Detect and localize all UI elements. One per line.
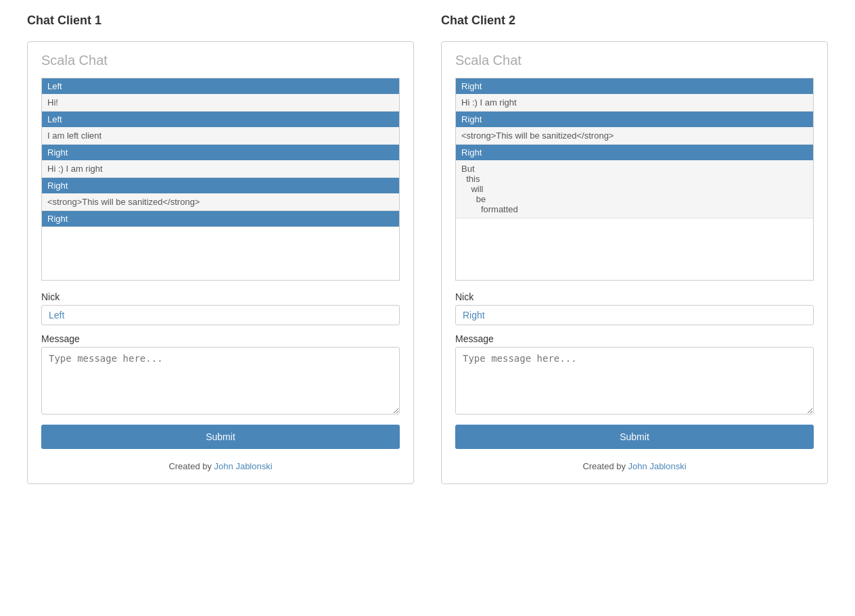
message-field-group: Message — [455, 333, 814, 417]
nick-input[interactable] — [455, 305, 814, 325]
message-sender: Right — [42, 211, 399, 227]
client1-title: Chat Client 1 — [27, 14, 414, 28]
message-block: Right Hi :) I am right — [456, 78, 813, 112]
message-block: Right But this will be formatted — [456, 145, 813, 218]
nick-label: Nick — [41, 291, 400, 302]
message-body: I am left client — [42, 127, 399, 144]
client2-panel: Chat Client 2 Scala Chat Right Hi :) I a… — [441, 14, 828, 484]
footer-prefix: Created by — [168, 461, 214, 471]
message-body: Hi! — [42, 94, 399, 111]
message-sender: Right — [456, 145, 813, 160]
client2-footer: Created by John Jablonski — [455, 457, 814, 475]
submit-button[interactable]: Submit — [455, 425, 814, 449]
client2-title: Chat Client 2 — [441, 14, 828, 28]
message-label: Message — [455, 333, 814, 344]
client2-app-title: Scala Chat — [455, 53, 814, 68]
message-sender: Right — [42, 145, 399, 160]
footer-link[interactable]: John Jablonski — [214, 461, 273, 471]
submit-button[interactable]: Submit — [41, 425, 400, 449]
message-sender: Left — [42, 112, 399, 127]
client1-app-title: Scala Chat — [41, 53, 400, 68]
message-field-group: Message — [41, 333, 400, 417]
message-textarea[interactable] — [455, 347, 814, 414]
client2-messages[interactable]: Right Hi :) I am right Right <strong>Thi… — [455, 78, 814, 281]
message-body: But this will be formatted — [456, 160, 813, 218]
footer-link[interactable]: John Jablonski — [628, 461, 687, 471]
message-sender: Right — [42, 178, 399, 193]
message-body: <strong>This will be sanitized</strong> — [456, 127, 813, 144]
nick-label: Nick — [455, 291, 814, 302]
message-block: Left I am left client — [42, 112, 399, 145]
message-block: Right Hi :) I am right — [42, 145, 399, 178]
client1-panel: Chat Client 1 Scala Chat Left Hi! Left I… — [27, 14, 414, 484]
message-sender: Right — [456, 78, 813, 94]
client1-footer: Created by John Jablonski — [41, 457, 400, 475]
footer-prefix: Created by — [582, 461, 628, 471]
nick-field-group: Nick — [455, 291, 814, 325]
message-body: Hi :) I am right — [42, 160, 399, 177]
message-body: <strong>This will be sanitized</strong> — [42, 193, 399, 210]
message-sender: Right — [456, 112, 813, 127]
message-body: Hi :) I am right — [456, 94, 813, 111]
message-sender: Left — [42, 78, 399, 94]
message-label: Message — [41, 333, 400, 344]
message-block: Left Hi! — [42, 78, 399, 112]
nick-field-group: Nick — [41, 291, 400, 325]
nick-input[interactable] — [41, 305, 400, 325]
message-block: Right — [42, 211, 399, 227]
message-block: Right <strong>This will be sanitized</st… — [456, 112, 813, 145]
message-textarea[interactable] — [41, 347, 400, 414]
client2-chatbox: Scala Chat Right Hi :) I am right Right … — [441, 41, 828, 484]
client1-chatbox: Scala Chat Left Hi! Left I am left clien… — [27, 41, 414, 484]
client1-messages[interactable]: Left Hi! Left I am left client Right Hi … — [41, 78, 400, 281]
message-block: Right <strong>This will be sanitized</st… — [42, 178, 399, 211]
